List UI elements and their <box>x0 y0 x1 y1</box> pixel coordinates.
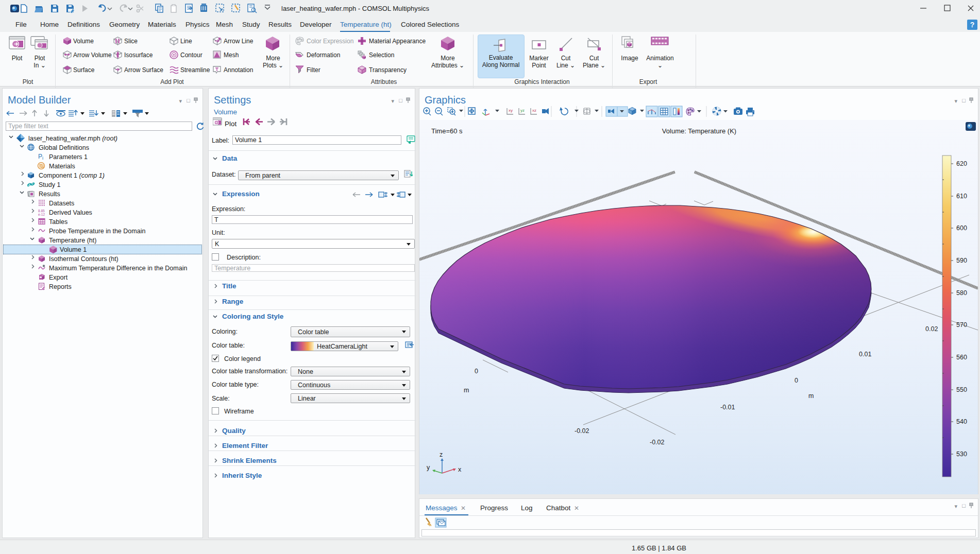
svg-text:600: 600 <box>956 224 967 232</box>
svg-text:580: 580 <box>956 289 967 297</box>
svg-text:Time=60 s: Time=60 s <box>431 127 463 135</box>
svg-text:550: 550 <box>956 386 967 393</box>
svg-text:xy: xy <box>509 108 513 113</box>
svg-text:0: 0 <box>795 377 798 384</box>
svg-text:620: 620 <box>956 160 967 167</box>
svg-text:x: x <box>458 466 462 473</box>
svg-text:0.01: 0.01 <box>859 351 871 358</box>
svg-text:540: 540 <box>956 418 967 425</box>
svg-text:560: 560 <box>956 354 967 361</box>
svg-text:m: m <box>464 387 469 394</box>
svg-text:xz: xz <box>532 108 536 113</box>
svg-text:Volume: Temperature (K): Volume: Temperature (K) <box>662 127 736 135</box>
svg-text:570: 570 <box>956 321 967 328</box>
svg-text:610: 610 <box>956 193 967 200</box>
svg-text:yz: yz <box>520 108 525 113</box>
svg-text:0: 0 <box>475 368 478 375</box>
svg-text:590: 590 <box>956 257 967 264</box>
svg-text:-0.02: -0.02 <box>575 427 589 435</box>
svg-text:530: 530 <box>956 451 967 458</box>
svg-text:0.02: 0.02 <box>925 325 938 333</box>
svg-text:y: y <box>427 464 430 471</box>
svg-text:-0.01: -0.01 <box>720 404 735 411</box>
svg-text:z: z <box>440 451 443 458</box>
svg-text:-0.02: -0.02 <box>650 439 665 446</box>
svg-text:m: m <box>808 392 814 400</box>
svg-text:laser_heating_wafer.mph - COMS: laser_heating_wafer.mph - COMSOL Multiph… <box>281 5 430 12</box>
